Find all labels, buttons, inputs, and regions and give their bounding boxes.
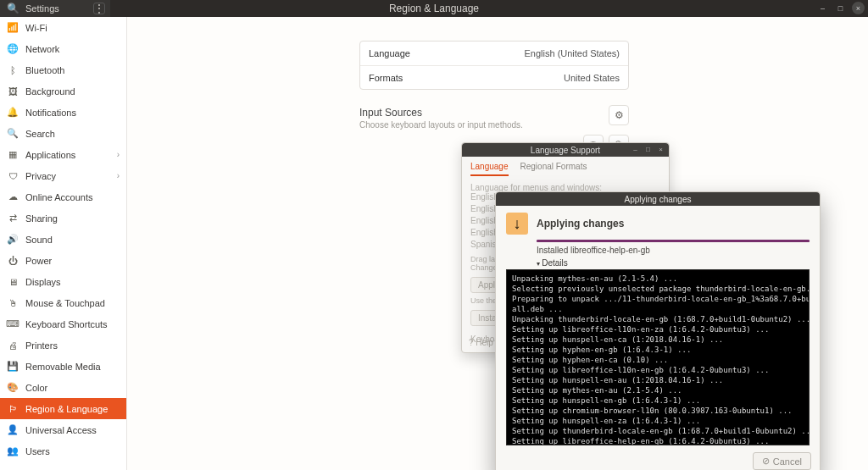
- privacy-icon: 🛡: [7, 171, 19, 181]
- chevron-right-icon: ›: [117, 171, 120, 180]
- download-icon: ↓: [506, 213, 528, 235]
- details-expander[interactable]: Details: [537, 258, 810, 268]
- sidebar-item-label: Notifications: [25, 108, 76, 118]
- progress-bar: [537, 240, 810, 242]
- sidebar-item-label: Background: [25, 86, 75, 97]
- online-accounts-icon: ☁: [7, 191, 19, 202]
- content-area: Language English (United States) Formats…: [127, 17, 868, 470]
- settings-sidebar: 📶Wi-Fi🌐NetworkᛒBluetooth🖼Background🔔Noti…: [0, 17, 127, 470]
- sidebar-item-privacy[interactable]: 🛡Privacy›: [0, 165, 126, 186]
- sidebar-item-power[interactable]: ⏻Power: [0, 250, 126, 271]
- sidebar-item-sound[interactable]: 🔊Sound: [0, 229, 126, 250]
- cancel-label: Cancel: [773, 456, 802, 467]
- sidebar-item-notifications[interactable]: 🔔Notifications: [0, 102, 126, 123]
- install-status: Installed libreoffice-help-en-gb: [537, 246, 810, 255]
- sound-icon: 🔊: [7, 234, 19, 245]
- language-support-header: Language Support – □ ×: [462, 143, 669, 157]
- sidebar-item-label: Removable Media: [25, 362, 101, 372]
- applications-icon: ▦: [7, 149, 19, 160]
- page-title: Region & Language: [0, 3, 868, 14]
- input-sources-header: Input Sources Choose keyboard layouts or…: [359, 107, 629, 130]
- applying-changes-dialog: Applying changes ↓ Applying changes Inst…: [495, 191, 821, 470]
- sidebar-item-label: Region & Language: [25, 404, 108, 414]
- sidebar-item-network[interactable]: 🌐Network: [0, 38, 126, 59]
- applying-changes-title: Applying changes: [537, 218, 624, 229]
- cancel-button[interactable]: ⊘ Cancel: [753, 452, 811, 470]
- language-key: Language: [369, 48, 410, 58]
- sidebar-item-applications[interactable]: ▦Applications›: [0, 144, 126, 165]
- sidebar-item-label: Keyboard Shortcuts: [25, 319, 108, 329]
- printers-icon: 🖨: [7, 340, 19, 351]
- sidebar-item-label: Bluetooth: [25, 65, 64, 75]
- sidebar-item-keyboard-shortcuts[interactable]: ⌨Keyboard Shortcuts: [0, 313, 126, 335]
- sidebar-item-label: Power: [25, 256, 52, 266]
- gear-icon: ⚙: [615, 109, 624, 121]
- sidebar-item-users[interactable]: 👥Users: [0, 440, 126, 462]
- ls-close-icon[interactable]: ×: [656, 145, 665, 154]
- region-language-icon: 🏳: [7, 404, 19, 414]
- sidebar-item-region-language[interactable]: 🏳Region & Language: [0, 398, 126, 419]
- sidebar-item-online-accounts[interactable]: ☁Online Accounts: [0, 186, 126, 207]
- sidebar-item-bluetooth[interactable]: ᛒBluetooth: [0, 59, 126, 80]
- sidebar-item-displays[interactable]: 🖥Displays: [0, 271, 126, 292]
- tab-language[interactable]: Language: [470, 162, 509, 176]
- users-icon: 👥: [7, 445, 19, 456]
- applying-changes-header: Applying changes: [496, 192, 820, 206]
- sidebar-item-label: Users: [25, 446, 50, 456]
- language-row[interactable]: Language English (United States): [360, 41, 628, 65]
- sidebar-item-label: Wi-Fi: [25, 23, 47, 33]
- sidebar-item-background[interactable]: 🖼Background: [0, 80, 126, 102]
- help-button[interactable]: ? Help: [469, 338, 493, 347]
- ls-maximize-icon[interactable]: □: [643, 145, 653, 154]
- cancel-icon: ⊘: [762, 456, 770, 467]
- menu-icon[interactable]: ⋮: [93, 3, 105, 14]
- tab-regional-formats[interactable]: Regional Formats: [520, 162, 587, 176]
- sidebar-item-label: Network: [25, 44, 59, 54]
- sidebar-item-label: Sharing: [25, 213, 58, 224]
- notifications-icon: 🔔: [7, 107, 19, 118]
- window-close-icon[interactable]: ×: [852, 2, 865, 14]
- keyboard-shortcuts-icon: ⌨: [7, 318, 19, 329]
- search-icon: 🔍: [7, 128, 19, 139]
- sidebar-item-mouse-touchpad[interactable]: 🖱Mouse & Touchpad: [0, 292, 126, 313]
- formats-key: Formats: [369, 73, 403, 83]
- formats-row[interactable]: Formats United States: [360, 65, 628, 89]
- input-sources-settings-button[interactable]: ⚙: [609, 105, 629, 125]
- bluetooth-icon: ᛒ: [7, 65, 19, 75]
- sidebar-item-label: Privacy: [25, 171, 56, 181]
- sidebar-item-label: Color: [25, 383, 47, 393]
- language-value: English (United States): [525, 48, 620, 58]
- displays-icon: 🖥: [7, 277, 19, 287]
- wi-fi-icon: 📶: [7, 22, 19, 33]
- sidebar-item-color[interactable]: 🎨Color: [0, 377, 126, 398]
- sidebar-item-sharing[interactable]: ⇄Sharing: [0, 207, 126, 229]
- sidebar-item-label: Applications: [25, 150, 75, 160]
- sidebar-item-label: Search: [25, 129, 55, 139]
- sidebar-item-printers[interactable]: 🖨Printers: [0, 335, 126, 356]
- network-icon: 🌐: [7, 43, 19, 54]
- app-title: Settings: [25, 3, 59, 14]
- sidebar-item-label: Displays: [25, 277, 61, 287]
- chevron-right-icon: ›: [117, 150, 120, 159]
- sharing-icon: ⇄: [7, 213, 19, 224]
- search-icon[interactable]: 🔍: [5, 1, 20, 16]
- sidebar-item-universal-access[interactable]: 👤Universal Access: [0, 419, 126, 440]
- color-icon: 🎨: [7, 382, 19, 393]
- language-formats-box: Language English (United States) Formats…: [359, 41, 629, 90]
- sidebar-item-label: Sound: [25, 235, 53, 245]
- universal-access-icon: 👤: [7, 424, 19, 435]
- power-icon: ⏻: [7, 256, 19, 266]
- input-sources-sub: Choose keyboard layouts or input methods…: [359, 120, 629, 130]
- sidebar-item-removable-media[interactable]: 💾Removable Media: [0, 356, 126, 377]
- sidebar-item-label: Mouse & Touchpad: [25, 298, 105, 308]
- window-minimize-icon[interactable]: –: [816, 2, 829, 14]
- sidebar-item-label: Printers: [25, 340, 58, 351]
- removable-media-icon: 💾: [7, 361, 19, 372]
- sidebar-item-wi-fi[interactable]: 📶Wi-Fi: [0, 17, 126, 38]
- titlebar: 🔍 Settings ⋮ Region & Language – □ ×: [0, 0, 868, 17]
- ls-minimize-icon[interactable]: –: [631, 145, 640, 154]
- window-maximize-icon[interactable]: □: [834, 2, 847, 14]
- sidebar-item-label: Universal Access: [25, 425, 97, 435]
- sidebar-item-search[interactable]: 🔍Search: [0, 123, 126, 144]
- mouse-touchpad-icon: 🖱: [7, 298, 19, 308]
